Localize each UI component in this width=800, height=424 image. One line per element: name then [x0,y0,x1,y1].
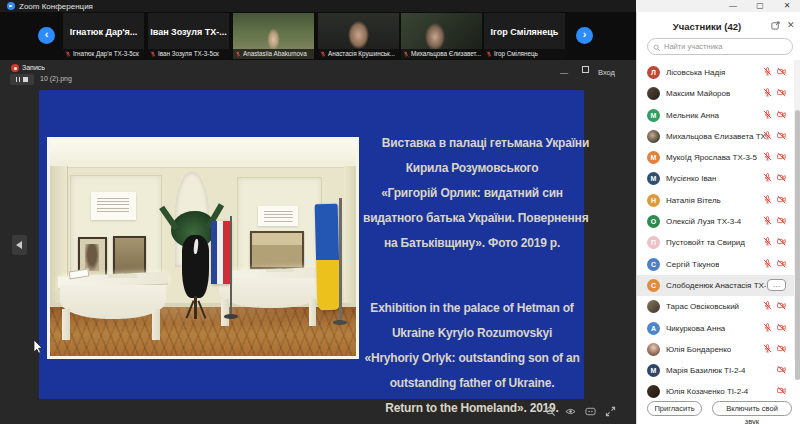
participant-row[interactable]: Тарас Овсіковський [637,296,794,317]
video-tile[interactable]: Анастасія Крушинськ... [318,13,399,59]
participant-more-button[interactable]: … [767,279,786,291]
recording-controls[interactable] [10,74,34,85]
participant-status-icons [763,67,786,76]
participant-row[interactable]: О Олексій Лузя ТХ-3-4 [637,211,794,232]
shared-screen-viewer: Запись 10 (2).png — Вход Виставка в пала… [0,60,636,424]
window-title: Zoom Конференция [19,2,93,11]
framed-engraving [250,231,304,269]
login-button[interactable]: Вход [598,68,615,77]
participant-row[interactable]: Л Лісовська Надія [637,62,794,83]
video-tile-name: Ігор Смілянець [494,49,538,59]
participant-name: Наталія Вітель [666,196,721,205]
participant-avatar: О [647,215,660,228]
video-tile[interactable]: Ігор Смілянець Ігор Смілянець [484,13,565,59]
zoom-in-icon[interactable] [545,406,556,417]
video-off-icon [777,386,786,395]
participant-name: Олексій Лузя ТХ-3-4 [666,217,741,226]
video-off-icon [777,173,786,182]
presentation-slide: Виставка в палаці гетьмана України Кирил… [39,90,584,399]
mic-off-icon [486,51,492,57]
inner-window-minimize[interactable]: — [560,68,568,77]
inner-window-maximize[interactable] [582,66,589,73]
video-tile[interactable]: Anastasiia Abakumova [233,13,314,59]
window-maximize-button[interactable]: ▢ [751,0,769,12]
participant-row[interactable]: Михальцова Єлизавета ТХ-3-5ск [637,126,794,147]
slide-text-ukrainian: Виставка в палаці гетьмана України Кирил… [363,136,589,250]
filmstrip-prev-button[interactable]: ‹ [38,27,55,44]
ceiling [50,140,356,168]
participant-name-overlay: Ігнатюк Дар'я... [63,27,144,37]
unmute-button[interactable]: Включить свой звук [712,401,792,416]
participants-panel: Участники (42) ✕ Л Лісовська Надія [636,12,800,424]
video-tile[interactable]: Михальцова Єлизавет... [401,13,482,59]
mic-off-icon [763,301,772,310]
panel-scrollbar-track[interactable] [794,60,800,360]
eye-icon[interactable] [565,406,576,417]
video-off-icon [777,237,786,246]
window-close-button[interactable]: ✕ [778,0,796,12]
participant-search[interactable] [647,38,793,55]
invite-button[interactable]: Пригласить [647,401,702,416]
mic-off-icon [763,344,772,353]
video-off-icon [777,88,786,97]
participant-row[interactable]: М Мельник Анна [637,105,794,126]
video-tile-label: Анастасія Крушинськ... [318,49,399,59]
search-icon [653,44,661,52]
video-tile[interactable]: Ігнатюк Дар'я... Ігнатюк Дар'я ТХ-3-5ск [63,13,144,59]
participant-status-icons [763,110,786,119]
participant-name: Мельник Анна [666,111,719,120]
participant-name-overlay: Ігор Смілянець [484,27,565,37]
mic-off-icon [763,110,772,119]
right-pilaster [344,166,356,309]
participant-row[interactable]: Юлія Козаченко ТІ-2-4 [637,381,794,402]
participant-row[interactable]: А Чикуркова Анна [637,318,794,339]
participant-row[interactable]: Максим Майоров [637,83,794,104]
participant-row[interactable]: С Сергій Тікунов [637,254,794,275]
participant-row[interactable]: М Марія Базилюк ТІ-2-4 [637,360,794,381]
french-flag-base [224,314,238,319]
participant-status-icons [777,386,786,395]
video-off-icon [777,301,786,310]
participant-name-overlay: Іван Зозуля ТХ-... [148,27,229,37]
video-tile[interactable]: Іван Зозуля ТХ-... Іван Зозуля ТХ-3-5ск [148,13,229,59]
fullscreen-expand-icon[interactable] [605,406,616,417]
participant-row[interactable]: М Мукоїд Ярослава ТХ-3-5 [637,147,794,168]
participant-name: Юлія Козаченко ТІ-2-4 [666,387,748,396]
participant-name: Лісовська Надія [666,68,725,77]
search-input[interactable] [664,40,788,53]
video-off-icon [777,152,786,161]
mannequin-coat [182,235,210,298]
participant-status-icons [763,237,786,246]
participant-avatar: П [647,236,660,249]
participant-status-icons [763,301,786,310]
video-off-icon [777,216,786,225]
participant-avatar [647,300,660,313]
video-tile-label: Іван Зозуля ТХ-3-5ск [148,49,229,59]
video-tile-name: Анастасія Крушинськ... [328,49,395,59]
mic-off-icon [763,173,772,182]
window-minimize-button[interactable]: — [724,0,742,12]
participant-avatar: А [647,322,660,335]
video-off-icon [777,323,786,332]
video-tile-label: Ігор Смілянець [484,49,565,59]
popout-icon[interactable] [771,21,780,30]
mic-off-icon [763,67,772,76]
video-tile-label: Ігнатюк Дар'я ТХ-3-5ск [63,49,144,59]
collapse-filmstrip-handle[interactable] [12,235,27,255]
pause-recording-icon[interactable] [16,77,20,82]
video-off-icon [777,67,786,76]
close-panel-icon[interactable]: ✕ [787,20,795,30]
participant-row[interactable]: П Пустовойт та Свирид [637,232,794,253]
stop-recording-icon[interactable] [23,77,28,82]
participant-row[interactable]: С Слободенюк Анастасія ТХ-3-4 … [637,275,794,296]
participant-row[interactable]: Юлія Бондаренко [637,339,794,360]
panel-scrollbar-thumb[interactable] [795,110,800,380]
participant-name: Тарас Овсіковський [666,302,739,311]
participant-row[interactable]: Н Наталія Вітель [637,190,794,211]
participant-status-icons [763,152,786,161]
exhibition-photo [47,137,359,359]
french-flag-pole [230,216,232,315]
actual-size-icon[interactable] [585,406,596,417]
participant-row[interactable]: М Мусієнко Іван [637,168,794,189]
filmstrip-next-button[interactable]: › [576,27,593,44]
